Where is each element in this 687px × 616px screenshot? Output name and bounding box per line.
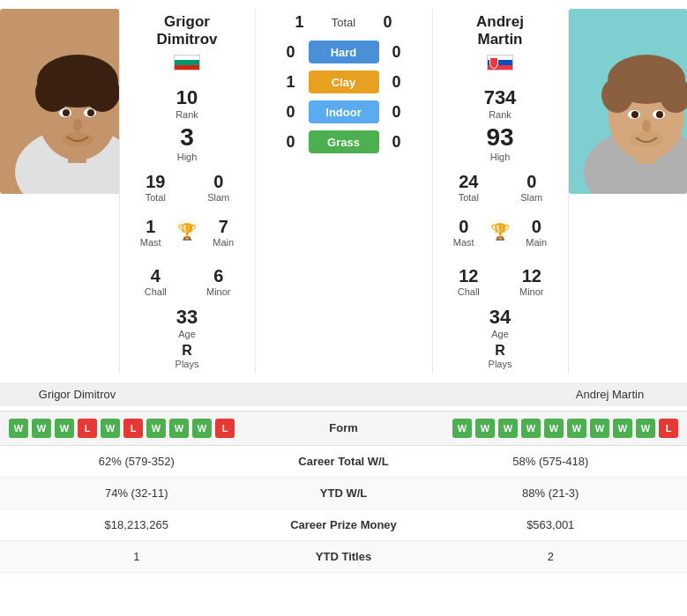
left-mast-label: Mast [140,237,161,248]
right-minor-value: 12 [522,266,541,286]
middle-section: 1 Total 0 0 Hard 0 1 Clay 0 0 Indoor 0 0 [256,9,432,374]
left-chall-label: Chall [145,286,167,297]
right-main-item: 0 Main [510,212,564,253]
form-row: W W W L W L W W W L Form W W W W W W W W [0,412,687,446]
indoor-score-right: 0 [388,103,406,122]
grass-row: 0 Grass 0 [265,130,423,153]
left-form-5: W [101,419,120,438]
left-player-stats: Grigor Dimitrov 10 Rank 3 High 19 Total … [119,9,256,374]
slovakia-shield [489,57,498,69]
form-badges-right: W W W W W W W W W L [397,419,679,438]
right-form-2: W [475,419,495,438]
clay-row: 1 Clay 0 [265,71,423,93]
svg-point-6 [85,73,119,112]
right-flag [487,55,513,74]
right-high-group: 93 High [437,123,564,162]
total-row: 1 Total 0 [265,13,423,32]
svg-point-18 [601,78,633,113]
left-form-7: W [146,419,166,438]
left-form-8: W [169,419,189,438]
right-form-10: L [659,419,678,438]
right-form-9: W [636,419,655,438]
left-trophy-row: 1 Mast 🏆 7 Main [124,208,250,256]
form-label: Form [291,421,397,434]
left-player-name-below: Grigor Dimitrov [0,388,154,401]
prize-money-left: $18,213,265 [18,518,256,531]
left-minor-value: 6 [213,266,223,286]
right-total-item: 24 Total [437,167,501,208]
svg-point-5 [35,73,71,112]
hard-row: 0 Hard 0 [265,41,423,63]
left-age-label: Age [178,329,196,339]
prize-money-label: Career Prize Money [256,518,432,531]
right-player-stats: Andrej Martin 734 Rank 93 High 24 [432,9,569,374]
ytd-wl-row: 74% (32-11) YTD W/L 88% (21-3) [0,478,687,509]
right-mast-label: Mast [453,237,474,248]
right-form-8: W [613,419,632,438]
ytd-wl-right: 88% (21-3) [432,486,670,500]
left-chall-item: 4 Chall [124,261,188,302]
right-player-name: Andrej Martin [476,13,524,49]
right-slam-item: 0 Slam [500,167,564,208]
left-form-9: W [192,419,212,438]
ytd-titles-label: YTD Titles [256,550,432,563]
left-rank-label: Rank [175,109,198,120]
hard-score-left: 0 [282,43,300,62]
left-total-value: 19 [146,172,165,192]
form-badges-left: W W W L W L W W W L [9,419,291,438]
ytd-wl-left: 74% (32-11) [18,486,256,500]
svg-point-24 [642,120,651,132]
svg-point-25 [629,131,664,147]
left-chall-grid: 4 Chall 6 Minor [124,261,250,302]
svg-point-22 [631,111,638,118]
left-high-value: 3 [180,123,194,152]
indoor-badge: Indoor [309,100,379,123]
svg-point-11 [73,119,82,131]
right-plays-group: R Plays [437,343,564,369]
career-total-left: 62% (579-352) [18,455,256,468]
right-form-3: W [498,419,518,438]
left-age-value: 33 [176,306,198,329]
bulgaria-flag [174,55,200,71]
right-mast-item: 0 Mast [437,212,491,253]
right-age-label: Age [491,329,509,339]
right-stat-grid: 24 Total 0 Slam [437,167,564,208]
right-form-6: W [567,419,586,438]
hard-badge: Hard [309,41,379,63]
right-chall-grid: 12 Chall 12 Minor [437,261,564,302]
grass-score-right: 0 [388,133,406,152]
left-rank-value: 10 [176,86,198,109]
total-label: Total [317,16,370,29]
bottom-section: W W W L W L W W W L Form W W W W W W W W [0,411,687,573]
left-total-label: Total [146,192,166,203]
left-rank-group: 10 Rank [124,86,250,120]
right-main-value: 0 [532,217,541,237]
left-flag [174,55,200,74]
left-main-label: Main [213,237,234,248]
top-section: Grigor Dimitrov 10 Rank 3 High 19 Total … [0,0,687,382]
right-trophy-row: 0 Mast 🏆 0 Main [437,208,564,256]
svg-point-23 [656,111,663,118]
left-total-item: 19 Total [124,167,188,208]
total-score-left: 1 [291,13,309,32]
right-mast-value: 0 [459,217,468,237]
career-total-row: 62% (579-352) Career Total W/L 58% (575-… [0,446,687,478]
left-chall-value: 4 [151,266,161,286]
left-form-1: W [9,419,28,438]
left-high-label: High [177,152,198,162]
career-total-right: 58% (575-418) [432,455,670,468]
left-plays-value: R [182,343,192,359]
right-total-label: Total [459,192,479,203]
left-form-2: W [32,419,51,438]
left-high-group: 3 High [124,123,250,162]
left-slam-item: 0 Slam [187,167,250,208]
right-slam-label: Slam [520,192,542,203]
left-plays-group: R Plays [124,343,250,369]
left-main-value: 7 [219,217,228,237]
right-form-7: W [590,419,609,438]
ytd-titles-row: 1 YTD Titles 2 [0,541,687,573]
right-high-value: 93 [486,123,513,152]
left-form-4: L [78,419,97,438]
right-minor-label: Minor [519,286,544,297]
indoor-row: 0 Indoor 0 [265,100,423,123]
